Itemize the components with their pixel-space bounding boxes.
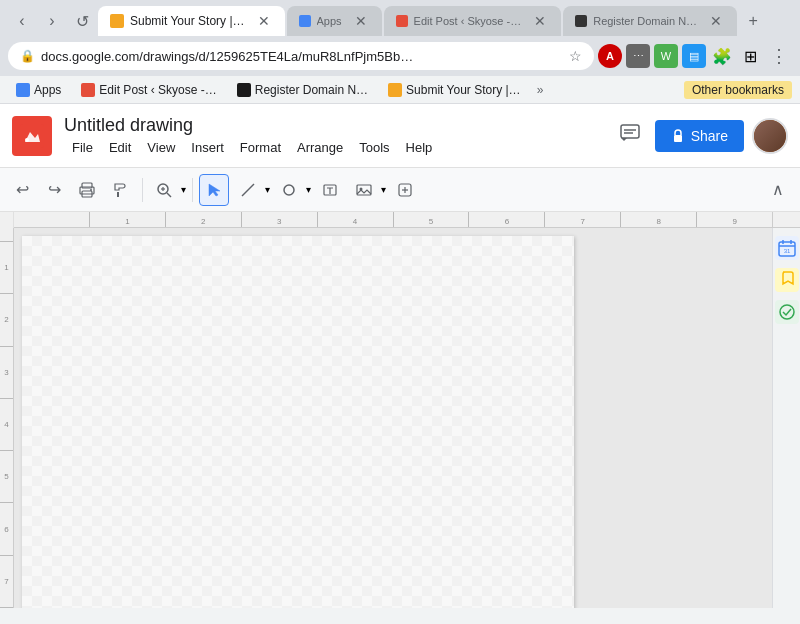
select-tool-button[interactable] (199, 174, 229, 206)
bookmark-star-button[interactable]: ☆ (569, 48, 582, 64)
shapes-button[interactable] (274, 174, 304, 206)
address-text: docs.google.com/drawings/d/1259625TE4La/… (41, 49, 563, 64)
menu-bar: File Edit View Insert Format Arrange Too… (64, 138, 601, 157)
menu-help[interactable]: Help (398, 138, 441, 157)
textbox-button[interactable] (315, 174, 345, 206)
shapes-icon (281, 182, 297, 198)
print-icon (79, 182, 95, 198)
ext3-icon[interactable]: W (654, 44, 678, 68)
register-close[interactable]: ✕ (707, 12, 725, 30)
app-title-area: Untitled drawing File Edit View Insert F… (64, 115, 601, 157)
edit-post-favicon (396, 15, 408, 27)
image-dropdown[interactable]: ▾ (349, 174, 386, 206)
refresh-button[interactable]: ↺ (68, 7, 96, 35)
tab-bar: ‹ › ↺ Submit Your Story |… ✕ Apps ✕ Edit… (0, 0, 800, 36)
menu-view[interactable]: View (139, 138, 183, 157)
bookmarks-bar: Apps Edit Post ‹ Skyose -… Register Doma… (0, 76, 800, 104)
calendar-icon: 31 (778, 239, 796, 257)
apps-tab-favicon (299, 15, 311, 27)
zoom-button[interactable] (149, 174, 179, 206)
zoom-chevron: ▾ (181, 184, 186, 195)
bookmark-apps[interactable]: Apps (8, 81, 69, 99)
app-header: Untitled drawing File Edit View Insert F… (0, 104, 800, 168)
shapes-chevron: ▾ (306, 184, 311, 195)
register-favicon (575, 15, 587, 27)
ext4-icon[interactable]: ▤ (682, 44, 706, 68)
bookmark-edit-post[interactable]: Edit Post ‹ Skyose -… (73, 81, 224, 99)
other-bookmarks[interactable]: Other bookmarks (684, 81, 792, 99)
comment-button[interactable] (613, 116, 647, 155)
drawing-canvas[interactable]: groovyPost.com› (14, 228, 772, 608)
ruler-mark-5: 4 (0, 399, 13, 451)
chrome-menu-button[interactable]: ⋮ (766, 41, 792, 71)
ext6-icon[interactable]: ⊞ (738, 44, 762, 68)
image-button[interactable] (349, 174, 379, 206)
bookmark-apps-favicon (16, 83, 30, 97)
svg-point-16 (284, 185, 294, 195)
undo-button[interactable]: ↩ (8, 174, 36, 206)
keep-panel-button[interactable] (775, 268, 799, 292)
other-bookmarks-label: Other bookmarks (692, 83, 784, 97)
app-logo (12, 116, 52, 156)
svg-point-1 (25, 138, 29, 142)
browser-chrome: ‹ › ↺ Submit Your Story |… ✕ Apps ✕ Edit… (0, 0, 800, 104)
lock-icon: 🔒 (20, 49, 35, 63)
tab-register[interactable]: Register Domain N… ✕ (563, 6, 737, 36)
svg-rect-2 (621, 125, 639, 138)
image-chevron: ▾ (381, 184, 386, 195)
comment-icon (619, 122, 641, 144)
app-container: Untitled drawing File Edit View Insert F… (0, 104, 800, 608)
line-tool-dropdown[interactable]: ▾ (233, 174, 270, 206)
menu-insert[interactable]: Insert (183, 138, 232, 157)
svg-point-9 (90, 189, 92, 191)
address-input[interactable]: 🔒 docs.google.com/drawings/d/1259625TE4L… (8, 42, 594, 70)
svg-line-12 (167, 193, 171, 197)
menu-tools[interactable]: Tools (351, 138, 397, 157)
bookmark-submit[interactable]: Submit Your Story |… (380, 81, 529, 99)
back-button[interactable]: ‹ (8, 7, 36, 35)
redo-button[interactable]: ↪ (40, 174, 68, 206)
tab-edit-post[interactable]: Edit Post ‹ Skyose -… ✕ (384, 6, 562, 36)
calendar-panel-button[interactable]: 31 (775, 236, 799, 260)
bookmark-submit-favicon (388, 83, 402, 97)
user-avatar[interactable] (752, 118, 788, 154)
shapes-dropdown[interactable]: ▾ (274, 174, 311, 206)
ext5-icon[interactable]: 🧩 (710, 44, 734, 68)
keep-icon (778, 271, 796, 289)
canvas-area: 1 2 3 4 5 6 7 groovyPost.com› (0, 228, 800, 608)
zoom-dropdown[interactable]: ▾ (149, 174, 186, 206)
ext2-icon[interactable]: ⋯ (626, 44, 650, 68)
menu-file[interactable]: File (64, 138, 101, 157)
forward-button[interactable]: › (38, 7, 66, 35)
bookmark-submit-label: Submit Your Story |… (406, 83, 521, 97)
svg-point-28 (780, 305, 794, 319)
lock-share-icon (671, 129, 685, 143)
bookmark-register[interactable]: Register Domain N… (229, 81, 376, 99)
bookmark-apps-label: Apps (34, 83, 61, 97)
active-tab[interactable]: Submit Your Story |… ✕ (98, 6, 285, 36)
menu-arrange[interactable]: Arrange (289, 138, 351, 157)
line-tool-button[interactable] (233, 174, 263, 206)
apps-tab-close[interactable]: ✕ (352, 12, 370, 30)
ruler-mark-2: 1 (0, 242, 13, 294)
svg-line-15 (242, 184, 254, 196)
ruler-mark-8: 7 (0, 556, 13, 608)
tab-apps[interactable]: Apps ✕ (287, 6, 382, 36)
edit-post-close[interactable]: ✕ (531, 12, 549, 30)
image-icon (356, 182, 372, 198)
menu-edit[interactable]: Edit (101, 138, 139, 157)
tasks-icon (778, 303, 796, 321)
tasks-panel-button[interactable] (775, 300, 799, 324)
add-button[interactable] (390, 174, 420, 206)
bookmark-edit-favicon (81, 83, 95, 97)
paint-format-button[interactable] (106, 174, 136, 206)
tab-close-button[interactable]: ✕ (255, 12, 273, 30)
print-button[interactable] (72, 174, 102, 206)
new-tab-button[interactable]: + (739, 7, 767, 35)
toolbar-collapse-button[interactable]: ∧ (764, 174, 792, 206)
adblock-icon[interactable]: A (598, 44, 622, 68)
toolbar: ↩ ↪ (0, 168, 800, 212)
share-button[interactable]: Share (655, 120, 744, 152)
toolbar-divider-1 (142, 178, 143, 202)
menu-format[interactable]: Format (232, 138, 289, 157)
